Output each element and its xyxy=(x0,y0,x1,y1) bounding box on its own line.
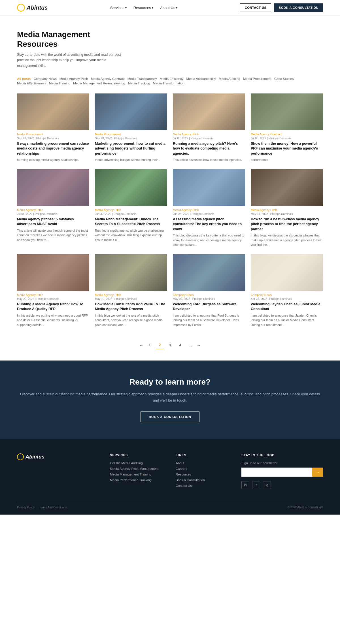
nav-about-us[interactable]: About Us xyxy=(160,6,177,10)
article-excerpt: This blog discusses the key criteria tha… xyxy=(173,233,245,247)
filter-media-agency-pitch[interactable]: Media Agency Pitch xyxy=(60,77,88,80)
article-category[interactable]: Media Agency Pitch xyxy=(17,208,89,212)
filter-company-news[interactable]: Company News xyxy=(34,77,57,80)
newsletter-submit-button[interactable]: → xyxy=(312,468,323,477)
filter-media-agency-contract[interactable]: Media Agency Contract xyxy=(91,77,125,80)
nav-services[interactable]: Services xyxy=(110,6,127,10)
cta-description: Discover and sustain outstanding media p… xyxy=(17,391,323,404)
article-excerpt: Running a media agency pitch can be chal… xyxy=(95,228,167,242)
page-ellipsis: ... xyxy=(186,341,194,349)
filter-media-transparency[interactable]: Media Transparency xyxy=(128,77,157,80)
article-image xyxy=(173,254,245,291)
footer-link-holistic-auditing[interactable]: Holistic Media Auditing xyxy=(110,461,164,465)
article-card-2[interactable]: Media Procurement Sep 28, 2022 | Philipp… xyxy=(95,93,167,162)
newsletter-form: → xyxy=(241,468,323,477)
article-meta: May 09, 2022 | Philippe Dominais xyxy=(173,297,245,300)
article-meta: Jul 08, 2022 | Philippe Dominais xyxy=(251,137,323,140)
filter-media-management-reengineering[interactable]: Media Management Re-engineering xyxy=(73,82,125,85)
article-category[interactable]: Media Agency Pitch xyxy=(173,208,245,212)
filter-all-posts[interactable]: All posts xyxy=(17,77,31,80)
article-title[interactable]: How to run a best-in-class media agency … xyxy=(251,217,323,232)
filter-section: All posts Company News Media Agency Pitc… xyxy=(0,77,340,91)
logo-text: Abintus xyxy=(27,5,48,11)
page-title: Media Management Resources xyxy=(17,30,125,49)
article-card-1[interactable]: Media Procurement Sep 28, 2022 | Philipp… xyxy=(17,93,89,162)
footer-link-contact[interactable]: Contact Us xyxy=(176,484,230,487)
article-meta: Sep 28, 2022 | Philippe Dominais xyxy=(95,137,167,140)
filter-media-transformation[interactable]: Media Transformation xyxy=(153,82,184,85)
filter-media-procurement[interactable]: Media Procurement xyxy=(243,77,271,80)
page-3-button[interactable]: 3 xyxy=(166,341,174,349)
article-image xyxy=(95,169,167,206)
article-title[interactable]: How Media Consultants Add Value To The M… xyxy=(95,302,167,312)
footer-terms-link[interactable]: Terms And Conditions xyxy=(39,506,67,509)
article-card-9[interactable]: Media Agency Pitch May 20, 2022 | Philip… xyxy=(17,254,89,327)
article-card-12[interactable]: Company News Apr 25, 2022 | Philippe Dom… xyxy=(251,254,323,327)
article-excerpt: In this blog we look at the role of a me… xyxy=(95,313,167,327)
next-page-button[interactable]: → xyxy=(197,343,201,347)
logo[interactable]: Abintus xyxy=(17,4,48,12)
filter-media-tracking[interactable]: Media Tracking xyxy=(128,82,150,85)
filter-media-auditing[interactable]: Media Auditing xyxy=(219,77,240,80)
article-title[interactable]: Marketing procurement: how to cut media … xyxy=(95,141,167,156)
article-card-3[interactable]: Media Agency Pitch Jul 08, 2022 | Philip… xyxy=(173,93,245,162)
article-title[interactable]: Welcoming Jayden Chen as Junior Media Co… xyxy=(251,302,323,312)
article-category[interactable]: Media Agency Contract xyxy=(251,133,323,136)
nav-resources[interactable]: Resources xyxy=(133,6,153,10)
article-title[interactable]: Show them the money! How a powerful PRF … xyxy=(251,141,323,156)
filter-media-efficiency[interactable]: Media Efficiency xyxy=(160,77,184,80)
article-title[interactable]: Running a media agency pitch? Here's how… xyxy=(173,141,245,156)
article-title[interactable]: 8 ways marketing procurement can reduce … xyxy=(17,141,89,156)
article-meta: Jul 08, 2022 | Philippe Dominais xyxy=(173,137,245,140)
article-category[interactable]: Media Agency Pitch xyxy=(251,208,323,212)
book-consultation-button[interactable]: BOOK A CONSULTATION xyxy=(274,3,323,12)
newsletter-email-input[interactable] xyxy=(241,468,312,477)
page-description: Stay up-to-date with the world of advert… xyxy=(17,52,125,69)
article-excerpt: media advertising budget without hurting… xyxy=(95,157,167,162)
cta-book-button[interactable]: BOOK A CONSULTATION xyxy=(141,411,199,422)
facebook-icon[interactable]: f xyxy=(252,481,260,489)
instagram-icon[interactable]: ig xyxy=(263,481,271,489)
footer-link-pitch-management[interactable]: Media Agency Pitch Management xyxy=(110,467,164,470)
article-category[interactable]: Company News xyxy=(251,293,323,297)
filter-media-training[interactable]: Media Training xyxy=(49,82,70,85)
linkedin-icon[interactable]: in xyxy=(241,481,249,489)
article-card-4[interactable]: Media Agency Contract Jul 08, 2022 | Phi… xyxy=(251,93,323,162)
filter-case-studies[interactable]: Case Studies xyxy=(274,77,294,80)
article-card-7[interactable]: Media Agency Pitch Jun 28, 2022 | Philip… xyxy=(173,169,245,247)
article-image xyxy=(17,93,89,130)
article-title[interactable]: Assessing media agency pitch consultants… xyxy=(173,217,245,232)
article-title[interactable]: Media Pitch Management: Unlock The Secre… xyxy=(95,217,167,227)
article-card-5[interactable]: Media Agency Pitch Jul 05, 2022 | Philip… xyxy=(17,169,89,247)
article-category[interactable]: Media Procurement xyxy=(17,133,89,136)
footer-link-book-consultation[interactable]: Book a Consultation xyxy=(176,478,230,482)
filter-media-accountability[interactable]: Media Accountability xyxy=(186,77,216,80)
filter-media-effectiveness[interactable]: Media Effectiveness xyxy=(17,82,46,85)
article-card-10[interactable]: Media Agency Pitch May 10, 2022 | Philip… xyxy=(95,254,167,327)
article-card-11[interactable]: Company News May 09, 2022 | Philippe Dom… xyxy=(173,254,245,327)
footer-link-careers[interactable]: Careers xyxy=(176,467,230,470)
footer-logo[interactable]: Abintus xyxy=(17,453,99,460)
page-4-button[interactable]: 4 xyxy=(176,341,184,349)
contact-us-button[interactable]: CONTACT US xyxy=(240,3,271,12)
article-category[interactable]: Company News xyxy=(173,293,245,297)
article-category[interactable]: Media Procurement xyxy=(95,133,167,136)
page-2-button[interactable]: 2 xyxy=(156,341,164,349)
article-card-8[interactable]: Media Agency Pitch May 31, 2022 | Philip… xyxy=(251,169,323,247)
article-card-6[interactable]: Media Agency Pitch Jun 30, 2022 | Philip… xyxy=(95,169,167,247)
footer-links-col: LINKS About Careers Resources Book a Con… xyxy=(176,453,230,490)
footer-link-performance-tracking[interactable]: Media Performance Tracking xyxy=(110,478,164,482)
article-category[interactable]: Media Agency Pitch xyxy=(173,133,245,136)
article-category[interactable]: Media Agency Pitch xyxy=(95,208,167,212)
article-title[interactable]: Running a Media Agency Pitch: How To Pro… xyxy=(17,302,89,312)
article-category[interactable]: Media Agency Pitch xyxy=(17,293,89,297)
article-title[interactable]: Media agency pitches: 5 mistakes adverti… xyxy=(17,217,89,227)
footer-link-management-training[interactable]: Media Management Training xyxy=(110,473,164,476)
footer-link-resources[interactable]: Resources xyxy=(176,473,230,476)
footer-link-about[interactable]: About xyxy=(176,461,230,465)
page-1-button[interactable]: 1 xyxy=(146,341,154,349)
article-category[interactable]: Media Agency Pitch xyxy=(95,293,167,297)
article-title[interactable]: Welcoming Ford Burgess as Software Devel… xyxy=(173,302,245,312)
footer-privacy-link[interactable]: Privacy Policy xyxy=(17,506,35,509)
prev-page-button[interactable]: ← xyxy=(139,343,143,347)
